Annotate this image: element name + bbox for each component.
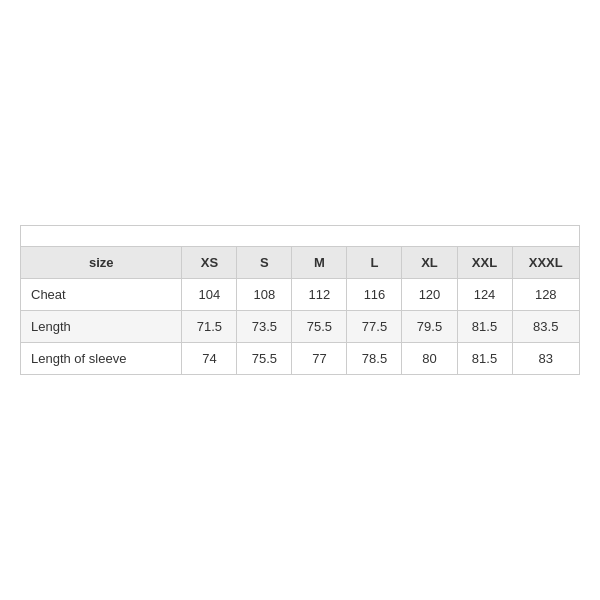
row-cheat-xxl: 124 <box>457 279 512 311</box>
header-size: size <box>21 247 182 279</box>
row-length-xxxl: 83.5 <box>512 311 579 343</box>
row-sleeve-l: 78.5 <box>347 343 402 375</box>
row-sleeve-xs: 74 <box>182 343 237 375</box>
row-sleeve-m: 77 <box>292 343 347 375</box>
row-length-s: 73.5 <box>237 311 292 343</box>
header-m: M <box>292 247 347 279</box>
row-length-xl: 79.5 <box>402 311 457 343</box>
row-length: Length 71.5 73.5 75.5 77.5 79.5 81.5 83.… <box>21 311 580 343</box>
row-length-l: 77.5 <box>347 311 402 343</box>
row-sleeve-s: 75.5 <box>237 343 292 375</box>
header-xs: XS <box>182 247 237 279</box>
row-length-xs: 71.5 <box>182 311 237 343</box>
title-row <box>21 226 580 247</box>
size-chart-container: size XS S M L XL XXL XXXL Cheat 104 108 … <box>20 225 580 375</box>
row-sleeve: Length of sleeve 74 75.5 77 78.5 80 81.5… <box>21 343 580 375</box>
row-cheat-l: 116 <box>347 279 402 311</box>
row-length-m: 75.5 <box>292 311 347 343</box>
header-xxl: XXL <box>457 247 512 279</box>
row-cheat-xs: 104 <box>182 279 237 311</box>
row-cheat-xl: 120 <box>402 279 457 311</box>
row-sleeve-label: Length of sleeve <box>21 343 182 375</box>
row-cheat-m: 112 <box>292 279 347 311</box>
table-title <box>21 226 580 247</box>
header-s: S <box>237 247 292 279</box>
row-sleeve-xxl: 81.5 <box>457 343 512 375</box>
row-sleeve-xl: 80 <box>402 343 457 375</box>
row-sleeve-xxxl: 83 <box>512 343 579 375</box>
row-cheat-label: Cheat <box>21 279 182 311</box>
header-xl: XL <box>402 247 457 279</box>
size-chart-table: size XS S M L XL XXL XXXL Cheat 104 108 … <box>20 225 580 375</box>
row-length-label: Length <box>21 311 182 343</box>
row-cheat-s: 108 <box>237 279 292 311</box>
row-cheat-xxxl: 128 <box>512 279 579 311</box>
header-row: size XS S M L XL XXL XXXL <box>21 247 580 279</box>
row-length-xxl: 81.5 <box>457 311 512 343</box>
row-cheat: Cheat 104 108 112 116 120 124 128 <box>21 279 580 311</box>
header-xxxl: XXXL <box>512 247 579 279</box>
header-l: L <box>347 247 402 279</box>
